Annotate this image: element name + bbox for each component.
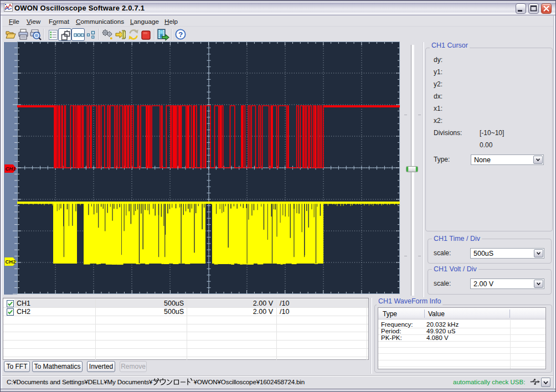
svg-text:CH1: CH1 [6,166,16,172]
svg-text:?: ? [178,30,183,39]
svg-text:CH2: CH2 [6,259,16,265]
